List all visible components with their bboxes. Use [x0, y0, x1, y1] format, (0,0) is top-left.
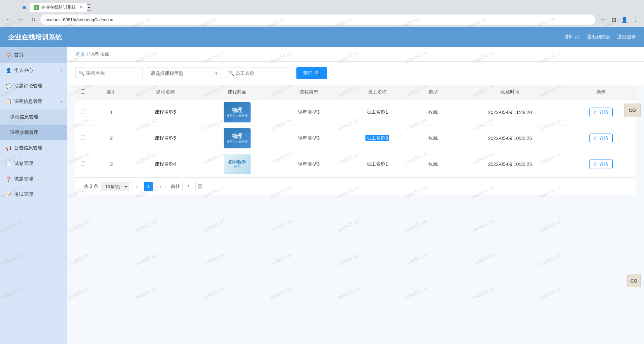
sidebar-forum-label: 话题讨论管理: [14, 83, 42, 89]
sidebar-item-home[interactable]: 🏠 首页: [0, 47, 67, 63]
employee-search-icon: 🔍: [228, 70, 234, 76]
course-info-arrow-icon: ›: [61, 99, 62, 104]
page-1-button[interactable]: 1: [144, 182, 153, 191]
page-jump-suffix: 页: [198, 183, 202, 190]
bookmark-star-button[interactable]: ☆: [598, 15, 608, 24]
row1-index: 1: [91, 99, 132, 125]
table-row: 3 课程名称4 初中数学 课程 课程类型3: [75, 151, 636, 177]
prev-page-button[interactable]: ‹: [132, 182, 141, 191]
page-size-select[interactable]: 10条/页 20条/页: [101, 182, 129, 191]
row1-type: 收藏: [413, 99, 454, 125]
next-page-button[interactable]: ›: [156, 182, 165, 191]
sidebar-item-course-info[interactable]: 📋 课程信息管理 ›: [0, 94, 67, 109]
sidebar-course-info-sub-label: 课程信息管理: [10, 114, 38, 120]
sidebar-notice-label: 公告信息管理: [14, 145, 42, 151]
search-btn-icon: 🔍: [315, 70, 320, 76]
extensions-button[interactable]: ⊞: [609, 15, 618, 24]
sidebar-item-questions[interactable]: ❓ 试题管理: [0, 171, 67, 187]
employee-name-input[interactable]: [225, 67, 292, 79]
row3-operation: 🗒 详情: [566, 151, 636, 177]
row2-detail-button[interactable]: 🗒 详情: [589, 134, 613, 143]
address-bar-input[interactable]: [40, 15, 595, 25]
row3-course-type: 课程类型3: [276, 151, 342, 177]
new-tab-button[interactable]: +: [87, 4, 91, 11]
row3-detail-label: 详情: [600, 161, 608, 167]
co-badge-2: CO: [627, 275, 641, 287]
table-header-row: 索引 课程名称 课程封面 课程类型 员工名称 类型 收藏时间 操作: [75, 85, 636, 99]
row2-employee-name-selected: 员工名称3: [365, 135, 389, 141]
row3-detail-button[interactable]: 🗒 详情: [589, 160, 613, 169]
sidebar-item-course-info-sub[interactable]: 课程信息管理: [0, 109, 67, 125]
total-count-label: 共 3 条: [84, 183, 98, 190]
tab-title: 企业在线培训系统: [41, 4, 76, 10]
back-to-front-button[interactable]: 退出到前台: [587, 34, 610, 40]
browser-active-tab[interactable]: Y 企业在线培训系统 ✕: [30, 3, 87, 12]
sidebar-exam-paper-label: 试卷管理: [14, 161, 33, 167]
tab-close-button[interactable]: ✕: [79, 5, 83, 10]
sidebar-item-notice[interactable]: 📢 公告信息管理: [0, 140, 67, 156]
back-button[interactable]: ←: [4, 15, 13, 24]
exam-icon: 📝: [5, 192, 11, 198]
top-navigation: 企业在线培训系统 讲师 a1 退出到前台 退出登录: [0, 27, 644, 47]
select-all-checkbox[interactable]: [81, 89, 85, 94]
row1-detail-button[interactable]: 🗒 详情: [589, 108, 613, 117]
breadcrumb-home[interactable]: 首页: [75, 51, 85, 57]
co-badge-1: CO: [624, 104, 641, 117]
course-collection-table: 索引 课程名称 课程封面 课程类型 员工名称 类型 收藏时间 操作: [75, 85, 636, 177]
personal-arrow-icon: ›: [61, 68, 62, 73]
sidebar-item-exam[interactable]: 📝 考试管理: [0, 187, 67, 202]
pagination-bar: 共 3 条 10条/页 20条/页 ‹ 1 › 前往 页: [75, 177, 636, 195]
row2-checkbox[interactable]: [81, 136, 85, 140]
notice-icon: 📢: [5, 145, 11, 151]
breadcrumb: 首页 / 课程收藏: [67, 47, 644, 62]
header-course-name: 课程名称: [132, 85, 198, 99]
browser-icon: [22, 5, 27, 10]
exam-paper-icon: 📄: [5, 161, 11, 167]
page-jump-area: 前往 页: [171, 182, 202, 191]
row2-operation: 🗒 详情: [566, 125, 636, 151]
row3-cover: 初中数学 课程: [198, 151, 276, 177]
breadcrumb-current: 课程收藏: [90, 51, 109, 57]
row1-collect-time: 2022-05-09 11:48:20: [454, 99, 566, 125]
table-container: 索引 课程名称 课程封面 课程类型 员工名称 类型 收藏时间 操作: [67, 85, 644, 201]
current-user-label: 讲师 a1: [564, 34, 580, 40]
course-type-select-wrap: 请选择课程类型 课程类型1 课程类型2 课程类型3: [147, 67, 221, 79]
home-icon: 🏠: [5, 52, 11, 58]
top-nav-right: 讲师 a1 退出到前台 退出登录: [564, 34, 636, 40]
sidebar-submenu-course: 课程信息管理 课程收藏管理: [0, 109, 67, 140]
row1-checkbox[interactable]: [81, 110, 85, 114]
sidebar-item-exam-paper[interactable]: 📄 试卷管理: [0, 156, 67, 171]
row1-thumbnail: 物理 春节同乐直播课: [224, 102, 251, 122]
header-collect-time: 收藏时间: [454, 85, 566, 99]
table-row: 2 课程名称5 物理 春节同乐直播课 课程类型3: [75, 125, 636, 151]
sidebar-course-collection-label: 课程收藏管理: [10, 130, 38, 136]
sidebar-item-forum[interactable]: 💬 话题讨论管理: [0, 78, 67, 94]
employee-name-search-wrap: 🔍: [225, 67, 292, 79]
logout-button[interactable]: 退出登录: [617, 34, 636, 40]
course-name-input[interactable]: [75, 67, 143, 79]
row3-checkbox[interactable]: [81, 162, 85, 166]
row3-collect-time: 2022-05-09 10:32:25: [454, 151, 566, 177]
sidebar-home-label: 首页: [14, 52, 24, 58]
sidebar-item-course-collection[interactable]: 课程收藏管理: [0, 125, 67, 140]
sidebar-item-personal[interactable]: 👤 个人中心 ›: [0, 63, 67, 78]
course-type-select[interactable]: 请选择课程类型 课程类型1 课程类型2 课程类型3: [147, 67, 221, 79]
search-button[interactable]: 查询 🔍: [296, 67, 327, 79]
refresh-button[interactable]: ↻: [28, 15, 38, 24]
page-jump-input[interactable]: [182, 182, 196, 191]
row1-detail-label: 详情: [600, 109, 608, 115]
row3-course-name: 课程名称4: [132, 151, 198, 177]
content-wrapper: 🏠 首页 👤 个人中心 › 💬 话题讨论管理 📋 课程信息管理 › 课程信息管理: [0, 47, 644, 344]
search-bar: 🔍 请选择课程类型 课程类型1 课程类型2 课程类型3 🔍 查询: [67, 62, 644, 85]
course-search-icon: 🔍: [79, 70, 85, 76]
row1-detail-icon: 🗒: [594, 110, 598, 115]
header-type: 类型: [413, 85, 454, 99]
row1-course-name: 课程名称5: [132, 99, 198, 125]
profile-button[interactable]: 👤: [620, 15, 629, 24]
menu-button[interactable]: ⋮: [631, 15, 640, 24]
sidebar-personal-label: 个人中心: [14, 67, 33, 74]
forward-button[interactable]: →: [16, 15, 26, 24]
row1-cover: 物理 春节同乐直播课: [198, 99, 276, 125]
breadcrumb-separator: /: [87, 52, 88, 57]
row2-cover: 物理 春节同乐直播课: [198, 125, 276, 151]
